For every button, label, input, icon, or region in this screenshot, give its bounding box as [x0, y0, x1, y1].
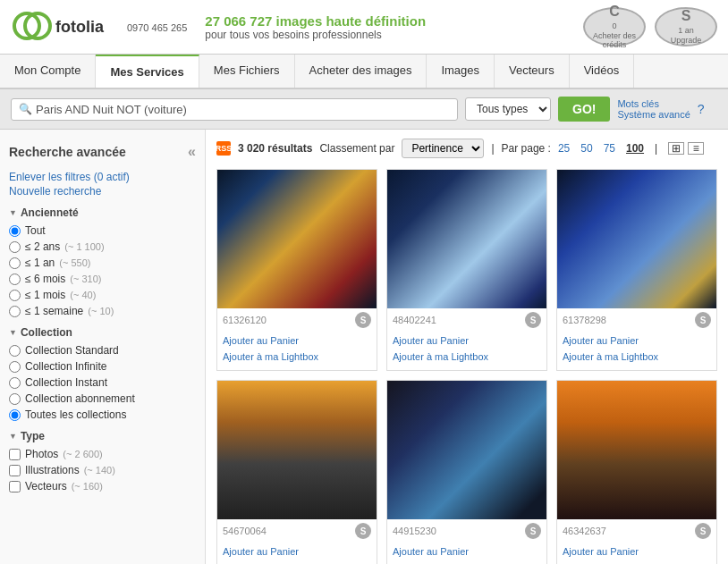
nav-mon-compte[interactable]: Mon Compte — [0, 55, 96, 88]
image-count: 27 066 727 images haute définition — [205, 13, 583, 29]
search-type-select[interactable]: Tous types — [465, 97, 551, 121]
add-to-cart-link[interactable]: Ajouter au Panier — [223, 544, 371, 560]
anciennete-tout-radio[interactable] — [9, 225, 21, 237]
anciennete-2ans-radio[interactable] — [9, 241, 21, 253]
per-page-75[interactable]: 75 — [604, 142, 615, 155]
anciennete-1an-radio[interactable] — [9, 257, 21, 269]
image-info: 46342637 S — [557, 519, 716, 543]
add-to-lightbox-link[interactable]: Ajouter à ma Lightbox — [223, 560, 371, 564]
advanced-link[interactable]: Système avancé — [617, 109, 690, 120]
image-info: 44915230 S — [387, 519, 546, 543]
anciennete-1mois-radio[interactable] — [9, 290, 21, 301]
collection-section: Collection Collection Standard Collectio… — [9, 326, 196, 421]
sort-label: Classement par — [319, 142, 394, 155]
tagline-subtitle: pour tous vos besoins professionnels — [205, 29, 583, 41]
anciennete-section: Ancienneté Tout ≤ 2 ans (~ 1 100) ≤ 1 an… — [9, 206, 196, 317]
nav-acheter-images[interactable]: Acheter des images — [295, 55, 427, 88]
help-icon[interactable]: ? — [698, 102, 705, 116]
per-page-label: Par page : — [502, 142, 551, 155]
image-id: 61326120 — [223, 315, 267, 325]
collapse-button[interactable]: « — [188, 144, 196, 160]
collection-instant-radio[interactable] — [9, 377, 21, 389]
image-links: Ajouter au Panier Ajouter à ma Lightbox — [217, 332, 377, 370]
collection-infinite-radio[interactable] — [9, 361, 21, 373]
collection-abonnement-radio[interactable] — [9, 393, 21, 405]
anciennete-tout[interactable]: Tout — [9, 224, 196, 237]
collection-standard[interactable]: Collection Standard — [9, 344, 196, 357]
type-photos-checkbox[interactable] — [9, 449, 21, 460]
collection-abonnement[interactable]: Collection abonnement — [9, 392, 196, 405]
collection-toutes-radio[interactable] — [9, 409, 21, 421]
nav-mes-services[interactable]: Mes Services — [96, 55, 199, 88]
per-page-100[interactable]: 100 — [626, 142, 644, 155]
results-header: RSS 3 020 résultats Classement par Perti… — [216, 139, 717, 158]
image-thumbnail[interactable] — [387, 170, 546, 308]
tagline: 27 066 727 images haute définition pour … — [187, 13, 583, 41]
grid-view-icon[interactable]: ⊞ — [668, 142, 684, 155]
search-input-wrap: 🔍 — [11, 98, 458, 121]
keywords-link[interactable]: Mots clés — [617, 98, 690, 109]
type-illustrations[interactable]: Illustrations (~ 140) — [9, 464, 196, 476]
add-to-cart-link[interactable]: Ajouter au Panier — [393, 333, 541, 349]
image-links: Ajouter au Panier Ajouter à ma Lightbox — [387, 543, 546, 564]
collection-instant[interactable]: Collection Instant — [9, 376, 196, 389]
image-card: 61378298 S Ajouter au Panier Ajouter à m… — [556, 169, 717, 371]
image-card: 48402241 S Ajouter au Panier Ajouter à m… — [386, 169, 547, 371]
add-to-cart-link[interactable]: Ajouter au Panier — [393, 544, 541, 560]
image-id: 54670064 — [223, 526, 267, 536]
nav-images[interactable]: Images — [427, 55, 495, 88]
image-thumbnail[interactable] — [217, 381, 377, 519]
add-to-cart-link[interactable]: Ajouter au Panier — [563, 544, 711, 560]
collection-standard-radio[interactable] — [9, 345, 21, 357]
anciennete-1semaine[interactable]: ≤ 1 semaine (~ 10) — [9, 305, 196, 317]
upgrade-button[interactable]: S 1 anUpgrade — [655, 7, 717, 46]
image-thumbnail[interactable] — [387, 381, 546, 519]
subscription-badge: S — [695, 312, 711, 328]
type-photos[interactable]: Photos (~ 2 600) — [9, 448, 196, 460]
image-info: 54670064 S — [217, 519, 377, 543]
remove-filters-link[interactable]: Enlever les filtres (0 actif) — [9, 171, 196, 183]
search-input[interactable] — [36, 103, 450, 116]
image-thumbnail[interactable] — [557, 170, 716, 308]
collection-toutes[interactable]: Toutes les collections — [9, 408, 196, 421]
new-search-link[interactable]: Nouvelle recherche — [9, 185, 196, 198]
type-vecteurs-checkbox[interactable] — [9, 481, 21, 492]
subscription-badge: S — [695, 523, 711, 539]
upgrade-icon: S — [681, 8, 691, 24]
add-to-lightbox-link[interactable]: Ajouter à ma Lightbox — [393, 349, 541, 366]
anciennete-2ans[interactable]: ≤ 2 ans (~ 1 100) — [9, 240, 196, 253]
image-info: 61378298 S — [557, 308, 716, 332]
anciennete-1an[interactable]: ≤ 1 an (~ 550) — [9, 257, 196, 269]
image-thumbnail[interactable] — [557, 381, 716, 519]
add-to-lightbox-link[interactable]: Ajouter à ma Lightbox — [393, 560, 541, 564]
add-to-lightbox-link[interactable]: Ajouter à ma Lightbox — [563, 349, 711, 366]
image-links: Ajouter au Panier Ajouter à ma Lightbox — [557, 332, 716, 370]
anciennete-1semaine-radio[interactable] — [9, 306, 21, 317]
image-thumbnail[interactable] — [217, 170, 377, 308]
type-vecteurs[interactable]: Vecteurs (~ 160) — [9, 480, 196, 492]
nav-mes-fichiers[interactable]: Mes Fichiers — [199, 55, 295, 88]
anciennete-6mois-radio[interactable] — [9, 274, 21, 285]
sort-select[interactable]: Pertinence — [402, 139, 484, 158]
credits-label: 0Acheter descrédits — [593, 21, 636, 50]
list-view-icon[interactable]: ≡ — [688, 142, 704, 155]
add-to-lightbox-link[interactable]: Ajouter à ma Lightbox — [563, 560, 711, 564]
results-count: 3 020 résultats — [238, 142, 312, 155]
svg-text:fotolia: fotolia — [55, 18, 105, 36]
search-go-button[interactable]: GO! — [558, 97, 610, 122]
rss-icon[interactable]: RSS — [216, 141, 231, 156]
anciennete-1mois[interactable]: ≤ 1 mois (~ 40) — [9, 289, 196, 301]
search-links: Mots clés Système avancé — [617, 98, 690, 120]
per-page-25[interactable]: 25 — [558, 142, 570, 155]
nav-vecteurs[interactable]: Vecteurs — [495, 55, 570, 88]
anciennete-6mois[interactable]: ≤ 6 mois (~ 310) — [9, 273, 196, 285]
collection-infinite[interactable]: Collection Infinite — [9, 360, 196, 373]
per-page-50[interactable]: 50 — [580, 142, 592, 155]
add-to-cart-link[interactable]: Ajouter au Panier — [223, 333, 371, 349]
nav-videos[interactable]: Vidéos — [570, 55, 635, 88]
add-to-lightbox-link[interactable]: Ajouter à ma Lightbox — [223, 349, 371, 366]
credits-button[interactable]: C 0Acheter descrédits — [583, 7, 646, 46]
add-to-cart-link[interactable]: Ajouter au Panier — [563, 333, 711, 349]
logo[interactable]: fotolia — [11, 9, 118, 46]
type-illustrations-checkbox[interactable] — [9, 465, 21, 476]
